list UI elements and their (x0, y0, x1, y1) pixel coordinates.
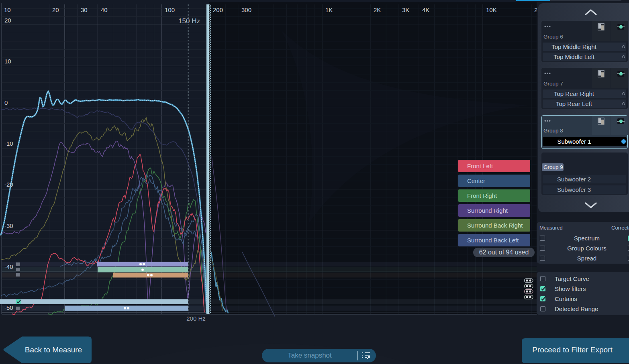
svg-text:10K: 10K (486, 6, 497, 13)
svg-text:10: 10 (4, 6, 11, 13)
svg-text:200 Hz: 200 Hz (186, 315, 206, 322)
svg-text:4K: 4K (422, 6, 429, 13)
svg-text:300: 300 (241, 6, 251, 13)
svg-text:200: 200 (213, 6, 223, 13)
svg-text:-10: -10 (4, 140, 13, 147)
svg-text:3K: 3K (402, 6, 409, 13)
svg-text:40: 40 (101, 6, 108, 13)
svg-text:0: 0 (4, 99, 8, 106)
svg-text:-50: -50 (4, 304, 13, 311)
svg-text:Back to Measure: Back to Measure (25, 346, 82, 354)
svg-text:20: 20 (4, 17, 11, 24)
svg-text:30: 30 (81, 6, 88, 13)
svg-text:1K: 1K (325, 6, 333, 13)
svg-text:-40: -40 (4, 263, 13, 270)
svg-text:-30: -30 (4, 222, 13, 229)
svg-text:-20: -20 (4, 181, 13, 188)
svg-text:20K: 20K (534, 6, 537, 13)
svg-text:100: 100 (165, 6, 175, 13)
svg-text:150 Hz: 150 Hz (178, 17, 200, 25)
svg-text:20: 20 (52, 6, 59, 13)
svg-text:10: 10 (4, 58, 11, 65)
svg-text:2K: 2K (374, 6, 381, 13)
svg-text:Proceed to Filter Export: Proceed to Filter Export (532, 346, 613, 354)
